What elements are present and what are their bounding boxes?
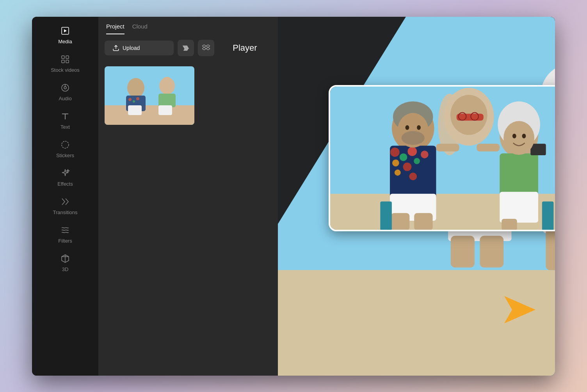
svg-point-71 bbox=[402, 131, 425, 145]
app-window: Media Stock videos bbox=[32, 17, 555, 376]
svg-point-56 bbox=[390, 147, 400, 157]
cube-icon bbox=[60, 253, 71, 264]
media-grid bbox=[98, 62, 278, 376]
tab-project[interactable]: Project bbox=[106, 23, 125, 34]
filters-icon bbox=[60, 225, 71, 236]
svg-rect-26 bbox=[128, 105, 142, 115]
upload-button[interactable]: Upload bbox=[105, 41, 174, 55]
stickers-icon bbox=[60, 139, 71, 150]
sidebar-item-filters[interactable]: Filters bbox=[32, 220, 98, 248]
svg-marker-91 bbox=[504, 296, 535, 323]
main-photo-frame bbox=[329, 85, 555, 231]
media-library-panel: Project Cloud Upload bbox=[98, 17, 278, 376]
transitions-icon bbox=[60, 196, 71, 207]
svg-rect-78 bbox=[436, 144, 459, 151]
svg-rect-27 bbox=[158, 105, 172, 115]
sidebar-item-media[interactable]: Media bbox=[32, 21, 98, 49]
svg-point-19 bbox=[129, 78, 143, 94]
play-square-icon bbox=[60, 25, 71, 36]
svg-rect-67 bbox=[414, 213, 432, 230]
svg-point-87 bbox=[512, 133, 516, 138]
svg-rect-83 bbox=[530, 144, 546, 155]
dropbox-icon bbox=[202, 44, 210, 52]
upload-label: Upload bbox=[123, 45, 140, 51]
svg-rect-84 bbox=[500, 192, 538, 222]
svg-rect-82 bbox=[500, 153, 538, 196]
dropbox-button[interactable] bbox=[198, 40, 214, 56]
svg-point-88 bbox=[522, 133, 526, 138]
sidebar: Media Stock videos bbox=[32, 17, 98, 376]
svg-point-25 bbox=[161, 77, 173, 91]
sidebar-item-effects[interactable]: Effects bbox=[32, 163, 98, 192]
svg-point-59 bbox=[392, 159, 399, 166]
svg-rect-5 bbox=[66, 60, 69, 63]
svg-rect-89 bbox=[380, 201, 392, 229]
letter-t-icon bbox=[60, 111, 71, 122]
svg-rect-79 bbox=[477, 144, 500, 151]
svg-point-62 bbox=[421, 151, 429, 158]
sidebar-media-label: Media bbox=[58, 39, 72, 44]
svg-point-64 bbox=[409, 172, 417, 180]
svg-point-61 bbox=[414, 158, 420, 164]
tab-cloud[interactable]: Cloud bbox=[132, 23, 148, 34]
svg-rect-4 bbox=[62, 60, 64, 63]
svg-point-20 bbox=[128, 98, 132, 101]
svg-point-58 bbox=[407, 147, 417, 156]
sidebar-item-stickers[interactable]: Stickers bbox=[32, 135, 98, 163]
svg-point-69 bbox=[405, 125, 409, 130]
svg-point-70 bbox=[417, 125, 421, 130]
sidebar-item-stock-videos[interactable]: Stock videos bbox=[32, 49, 98, 78]
sidebar-item-text[interactable]: Text bbox=[32, 106, 98, 135]
sidebar-filters-label: Filters bbox=[58, 238, 72, 244]
sidebar-item-audio[interactable]: Audio bbox=[32, 78, 98, 106]
player-label: Player bbox=[218, 43, 272, 53]
thumbnail-image bbox=[105, 66, 194, 125]
sidebar-stickers-label: Stickers bbox=[56, 153, 74, 158]
sidebar-stock-label: Stock videos bbox=[51, 67, 80, 73]
upload-icon bbox=[112, 44, 119, 51]
music-circle-icon bbox=[60, 82, 71, 93]
player-area bbox=[278, 17, 555, 376]
svg-point-57 bbox=[400, 153, 407, 161]
media-tabs: Project Cloud bbox=[98, 17, 278, 34]
google-drive-icon bbox=[182, 44, 190, 52]
sidebar-effects-label: Effects bbox=[57, 181, 73, 187]
media-thumbnail-0[interactable] bbox=[105, 66, 194, 125]
svg-rect-66 bbox=[391, 213, 409, 230]
google-drive-button[interactable] bbox=[178, 40, 194, 56]
svg-rect-90 bbox=[542, 201, 554, 229]
sidebar-transitions-label: Transitions bbox=[53, 209, 77, 215]
svg-point-60 bbox=[403, 162, 412, 171]
svg-rect-41 bbox=[480, 236, 503, 267]
media-toolbar: Upload P bbox=[98, 34, 278, 62]
svg-point-21 bbox=[133, 100, 135, 103]
svg-point-22 bbox=[136, 97, 139, 100]
svg-point-7 bbox=[64, 87, 66, 89]
sidebar-3d-label: 3D bbox=[62, 266, 69, 272]
cursor-icon bbox=[504, 296, 535, 323]
svg-point-11 bbox=[62, 141, 69, 148]
sidebar-audio-label: Audio bbox=[59, 96, 71, 101]
sparkle-star-icon bbox=[60, 168, 71, 179]
svg-rect-2 bbox=[62, 56, 64, 59]
svg-rect-3 bbox=[66, 56, 69, 59]
svg-point-86 bbox=[503, 121, 534, 155]
sidebar-text-label: Text bbox=[60, 124, 70, 130]
svg-rect-47 bbox=[546, 228, 555, 270]
cursor-arrow bbox=[504, 296, 535, 325]
svg-rect-40 bbox=[451, 236, 475, 267]
svg-marker-1 bbox=[64, 29, 67, 32]
main-photo-image bbox=[330, 87, 555, 230]
svg-rect-85 bbox=[502, 218, 517, 229]
svg-rect-16 bbox=[105, 105, 194, 125]
grid-icon bbox=[60, 54, 71, 65]
svg-rect-24 bbox=[158, 94, 176, 107]
sidebar-item-transitions[interactable]: Transitions bbox=[32, 192, 98, 220]
svg-point-63 bbox=[395, 169, 401, 176]
sidebar-item-3d[interactable]: 3D bbox=[32, 248, 98, 277]
